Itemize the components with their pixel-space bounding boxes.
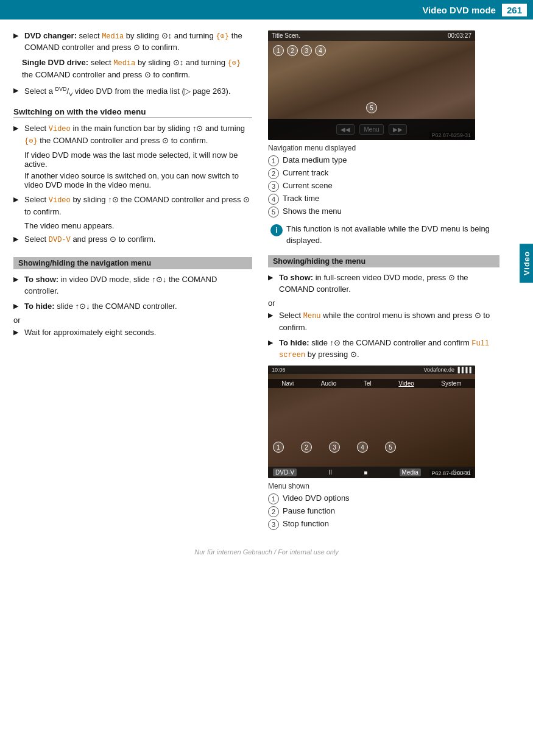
wait-text: Wait for approximately eight seconds. bbox=[24, 327, 252, 339]
note3a-text: If video DVD mode was the last mode sele… bbox=[24, 150, 238, 169]
left-column: ▶ DVD changer: select Media by sliding ⊙… bbox=[0, 30, 262, 536]
nav-audio: Audio bbox=[321, 380, 337, 387]
img-circle-5: 5 bbox=[366, 102, 377, 113]
dvdv-mono: DVD-V bbox=[49, 236, 71, 244]
info-icon: i bbox=[270, 224, 283, 236]
nav-item-4: 4 Track time bbox=[268, 193, 499, 205]
single-dvd-mono2: {⊙} bbox=[227, 59, 241, 68]
section1-heading: Switching on with the video menu bbox=[13, 107, 252, 118]
bottom-nav-bar: Navi Audio Tel Video System bbox=[268, 379, 475, 388]
single-dvd-mono1: Media bbox=[113, 59, 135, 68]
menu-circle-2: 2 bbox=[268, 506, 279, 517]
info-box: i This function is not available while t… bbox=[268, 224, 499, 247]
img-circle-3: 3 bbox=[301, 45, 312, 56]
to-hide-label: To hide: bbox=[24, 302, 55, 311]
dvd-changer-mono1: Media bbox=[102, 32, 124, 41]
nav-items-list: 1 Data medium type 2 Current track 3 Cur… bbox=[268, 155, 499, 217]
single-dvd-t1: select bbox=[88, 58, 113, 67]
nav-text-5: Shows the menu bbox=[283, 206, 342, 217]
nav-circle-5: 5 bbox=[268, 207, 279, 217]
stop-bar: ■ bbox=[364, 469, 367, 476]
single-dvd-label: Single DVD drive: bbox=[22, 58, 88, 67]
bottom-circle-5: 5 bbox=[385, 442, 396, 453]
bullet-arrow: ▶ bbox=[13, 31, 22, 54]
nav-circle-3: 3 bbox=[268, 181, 279, 192]
to-show2-label: To show: bbox=[279, 273, 313, 282]
bottom-signal: Vodafone.de ▐▐▐▐ bbox=[423, 367, 471, 373]
bullet4-item: ▶ Select Video by sliding ↑⊙ the COMAND … bbox=[13, 194, 252, 217]
img-circle-4: 4 bbox=[315, 45, 326, 56]
menu-circle-1: 1 bbox=[268, 493, 279, 504]
info-text: This function is not available while the… bbox=[286, 224, 499, 247]
dvd-changer-text1: select bbox=[77, 31, 102, 40]
bottom-circle-4: 4 bbox=[357, 442, 368, 453]
bullet4-arrow: ▶ bbox=[13, 195, 22, 217]
menu-item-1: 1 Video DVD options bbox=[268, 493, 499, 504]
to-hide-text: To hide: slide ↑⊙↓ the COMAND controller… bbox=[24, 301, 252, 313]
main-content: ▶ DVD changer: select Media by sliding ⊙… bbox=[0, 19, 533, 536]
top-img-circles: 1 2 3 4 bbox=[273, 45, 326, 56]
bullet2-item: ▶ Select a DVD/V video DVD from the medi… bbox=[13, 85, 252, 99]
to-show-text: To show: in video DVD mode, slide ↑⊙↓ th… bbox=[24, 274, 252, 297]
to-show2-arrow: ▶ bbox=[268, 273, 277, 295]
bullet5-text: Select DVD-V and press ⊙ to confirm. bbox=[24, 234, 252, 246]
note3a: If video DVD mode was the last mode sele… bbox=[24, 150, 252, 169]
bullet3-arrow: ▶ bbox=[13, 124, 22, 147]
section3-container: Showing/hiding the menu bbox=[268, 255, 499, 267]
single-dvd-text: Single DVD drive: select Media by slidin… bbox=[22, 57, 252, 80]
top-img-title: Title Scen. bbox=[272, 32, 300, 39]
to-hide-body: slide ↑⊙↓ the COMAND controller. bbox=[55, 302, 177, 311]
menu-text-3: Stop function bbox=[283, 518, 329, 530]
dvd-changer-mono2: {⊙} bbox=[216, 32, 229, 41]
bottom-img-topbar: 10:06 Vodafone.de ▐▐▐▐ bbox=[268, 366, 475, 374]
note3b: If another video source is switched on, … bbox=[24, 171, 252, 189]
page-header: Video DVD mode 261 bbox=[0, 0, 533, 19]
to-show-item: ▶ To show: in video DVD mode, slide ↑⊙↓ … bbox=[13, 274, 252, 297]
dvd-changer-text2: by sliding ⊙↕ and turning bbox=[124, 31, 216, 40]
nav-item-3: 3 Current scene bbox=[268, 180, 499, 192]
to-hide2-text: To hide: slide ↑⊙ the COMAND controller … bbox=[279, 337, 499, 361]
page-title: Video DVD mode bbox=[422, 5, 496, 15]
footer-watermark: Nur für internen Gebrauch / For internal… bbox=[0, 548, 533, 562]
note4-text: The video menu appears. bbox=[24, 221, 114, 230]
nav-circle-1: 1 bbox=[268, 155, 279, 166]
nav-caption: Navigation menu displayed bbox=[268, 144, 499, 152]
menu-items-list: 1 Video DVD options 2 Pause function 3 S… bbox=[268, 493, 499, 530]
bottom-img-circles: 1 2 3 4 5 bbox=[273, 442, 396, 453]
top-img-bar: Title Scen. 00:03:27 bbox=[268, 30, 475, 41]
note3b-text: If another video source is switched on, … bbox=[24, 171, 239, 189]
menu-text-2: Pause function bbox=[283, 506, 335, 517]
bottom-time: 10:06 bbox=[272, 367, 286, 373]
top-image: Title Scen. 00:03:27 1 2 3 4 5 ◀◀ Menu ▶… bbox=[268, 30, 475, 140]
single-dvd-t3: the COMAND controller and press ⊙ to con… bbox=[22, 70, 190, 79]
bullet3-item: ▶ Select Video in the main function bar … bbox=[13, 123, 252, 147]
to-show2-text: To show: in full-screen video DVD mode, … bbox=[279, 272, 499, 295]
select-menu-text: Select Menu while the control menu is sh… bbox=[279, 310, 499, 333]
to-show-arrow: ▶ bbox=[13, 275, 22, 297]
bottom-image: 10:06 Vodafone.de ▐▐▐▐ Navi Audio Tel Vi… bbox=[268, 366, 475, 478]
nav-tel: Tel bbox=[364, 380, 372, 387]
menu-mono: Menu bbox=[303, 312, 321, 320]
top-img-time: 00:03:27 bbox=[448, 32, 471, 39]
nav-item-2: 2 Current track bbox=[268, 168, 499, 179]
img-circle-2: 2 bbox=[287, 45, 298, 56]
to-hide2-arrow: ▶ bbox=[268, 338, 277, 361]
to-show-label: To show: bbox=[24, 275, 58, 284]
bullet2-text: Select a DVD/V video DVD from the media … bbox=[24, 85, 252, 99]
top-img-ref: P62.87-8259-31 bbox=[429, 132, 473, 139]
img-prev-btn: ◀◀ bbox=[336, 124, 355, 135]
top-img-overlay-bar: ◀◀ Menu ▶▶ bbox=[268, 119, 475, 140]
bullet5-arrow: ▶ bbox=[13, 235, 22, 246]
single-dvd-t2: by sliding ⊙↕ and turning bbox=[135, 58, 227, 67]
or1-text: or bbox=[13, 316, 252, 325]
menu-item-3: 3 Stop function bbox=[268, 518, 499, 530]
wait-item: ▶ Wait for approximately eight seconds. bbox=[13, 327, 252, 339]
nav-system: System bbox=[441, 380, 461, 387]
bullet5-item: ▶ Select DVD-V and press ⊙ to confirm. bbox=[13, 234, 252, 246]
select-menu-arrow: ▶ bbox=[268, 311, 277, 333]
select-menu-item: ▶ Select Menu while the control menu is … bbox=[268, 310, 499, 333]
nav-circle-2: 2 bbox=[268, 168, 279, 179]
nav-text-1: Data medium type bbox=[283, 155, 347, 166]
section2-heading: Showing/hiding the navigation menu bbox=[13, 257, 252, 269]
to-hide-arrow: ▶ bbox=[13, 302, 22, 313]
